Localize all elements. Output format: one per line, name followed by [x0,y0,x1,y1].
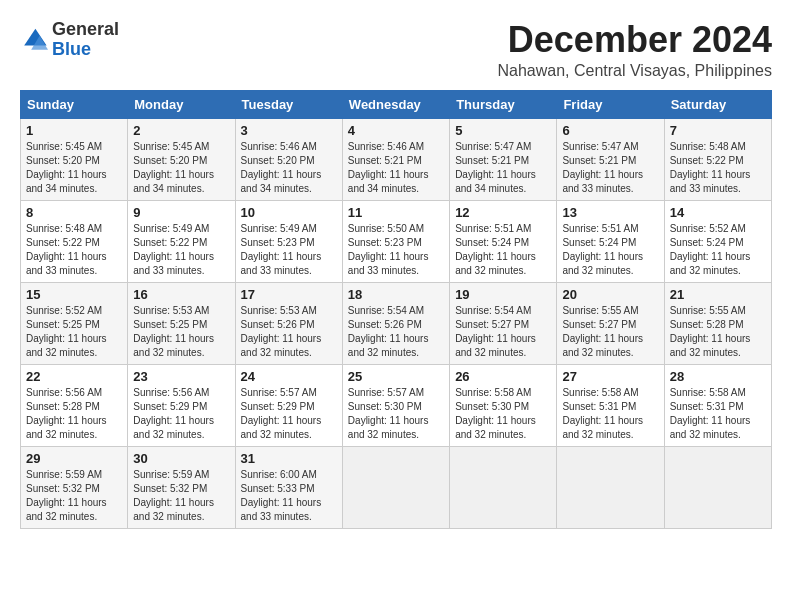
calendar-cell: 29Sunrise: 5:59 AM Sunset: 5:32 PM Dayli… [21,446,128,528]
calendar-cell [557,446,664,528]
calendar-cell: 10Sunrise: 5:49 AM Sunset: 5:23 PM Dayli… [235,200,342,282]
day-number: 25 [348,369,444,384]
weekday-header-friday: Friday [557,90,664,118]
day-number: 18 [348,287,444,302]
day-number: 3 [241,123,337,138]
calendar-cell: 30Sunrise: 5:59 AM Sunset: 5:32 PM Dayli… [128,446,235,528]
day-info: Sunrise: 5:57 AM Sunset: 5:29 PM Dayligh… [241,386,337,442]
day-info: Sunrise: 5:49 AM Sunset: 5:22 PM Dayligh… [133,222,229,278]
day-number: 21 [670,287,766,302]
calendar-cell: 16Sunrise: 5:53 AM Sunset: 5:25 PM Dayli… [128,282,235,364]
calendar-cell: 11Sunrise: 5:50 AM Sunset: 5:23 PM Dayli… [342,200,449,282]
calendar-cell: 24Sunrise: 5:57 AM Sunset: 5:29 PM Dayli… [235,364,342,446]
day-info: Sunrise: 5:57 AM Sunset: 5:30 PM Dayligh… [348,386,444,442]
day-number: 4 [348,123,444,138]
day-info: Sunrise: 5:58 AM Sunset: 5:31 PM Dayligh… [562,386,658,442]
weekday-header-tuesday: Tuesday [235,90,342,118]
day-number: 2 [133,123,229,138]
day-info: Sunrise: 5:56 AM Sunset: 5:29 PM Dayligh… [133,386,229,442]
day-number: 19 [455,287,551,302]
day-number: 24 [241,369,337,384]
calendar-cell: 20Sunrise: 5:55 AM Sunset: 5:27 PM Dayli… [557,282,664,364]
calendar-cell: 9Sunrise: 5:49 AM Sunset: 5:22 PM Daylig… [128,200,235,282]
logo-general: General [52,19,119,39]
calendar-cell: 12Sunrise: 5:51 AM Sunset: 5:24 PM Dayli… [450,200,557,282]
day-info: Sunrise: 5:51 AM Sunset: 5:24 PM Dayligh… [562,222,658,278]
day-number: 22 [26,369,122,384]
calendar-cell: 31Sunrise: 6:00 AM Sunset: 5:33 PM Dayli… [235,446,342,528]
day-info: Sunrise: 5:55 AM Sunset: 5:27 PM Dayligh… [562,304,658,360]
day-info: Sunrise: 5:58 AM Sunset: 5:30 PM Dayligh… [455,386,551,442]
logo-text: General Blue [52,20,119,60]
calendar-cell: 22Sunrise: 5:56 AM Sunset: 5:28 PM Dayli… [21,364,128,446]
day-number: 30 [133,451,229,466]
day-number: 29 [26,451,122,466]
calendar-week-5: 29Sunrise: 5:59 AM Sunset: 5:32 PM Dayli… [21,446,772,528]
calendar-cell [342,446,449,528]
day-number: 23 [133,369,229,384]
logo-blue: Blue [52,39,91,59]
calendar-cell: 13Sunrise: 5:51 AM Sunset: 5:24 PM Dayli… [557,200,664,282]
day-info: Sunrise: 5:45 AM Sunset: 5:20 PM Dayligh… [26,140,122,196]
day-number: 15 [26,287,122,302]
day-info: Sunrise: 5:54 AM Sunset: 5:27 PM Dayligh… [455,304,551,360]
calendar-week-3: 15Sunrise: 5:52 AM Sunset: 5:25 PM Dayli… [21,282,772,364]
calendar-cell: 18Sunrise: 5:54 AM Sunset: 5:26 PM Dayli… [342,282,449,364]
calendar-cell: 8Sunrise: 5:48 AM Sunset: 5:22 PM Daylig… [21,200,128,282]
weekday-header-saturday: Saturday [664,90,771,118]
day-info: Sunrise: 5:48 AM Sunset: 5:22 PM Dayligh… [670,140,766,196]
day-info: Sunrise: 5:53 AM Sunset: 5:26 PM Dayligh… [241,304,337,360]
calendar-cell: 27Sunrise: 5:58 AM Sunset: 5:31 PM Dayli… [557,364,664,446]
day-number: 17 [241,287,337,302]
calendar-cell: 4Sunrise: 5:46 AM Sunset: 5:21 PM Daylig… [342,118,449,200]
day-number: 10 [241,205,337,220]
day-number: 16 [133,287,229,302]
day-info: Sunrise: 5:48 AM Sunset: 5:22 PM Dayligh… [26,222,122,278]
day-number: 5 [455,123,551,138]
day-info: Sunrise: 5:46 AM Sunset: 5:20 PM Dayligh… [241,140,337,196]
day-info: Sunrise: 5:45 AM Sunset: 5:20 PM Dayligh… [133,140,229,196]
calendar-week-4: 22Sunrise: 5:56 AM Sunset: 5:28 PM Dayli… [21,364,772,446]
calendar-cell: 5Sunrise: 5:47 AM Sunset: 5:21 PM Daylig… [450,118,557,200]
weekday-header-wednesday: Wednesday [342,90,449,118]
day-info: Sunrise: 5:47 AM Sunset: 5:21 PM Dayligh… [455,140,551,196]
day-info: Sunrise: 5:54 AM Sunset: 5:26 PM Dayligh… [348,304,444,360]
calendar-cell: 26Sunrise: 5:58 AM Sunset: 5:30 PM Dayli… [450,364,557,446]
day-number: 27 [562,369,658,384]
day-number: 7 [670,123,766,138]
day-info: Sunrise: 5:53 AM Sunset: 5:25 PM Dayligh… [133,304,229,360]
day-info: Sunrise: 5:50 AM Sunset: 5:23 PM Dayligh… [348,222,444,278]
day-info: Sunrise: 6:00 AM Sunset: 5:33 PM Dayligh… [241,468,337,524]
day-info: Sunrise: 5:49 AM Sunset: 5:23 PM Dayligh… [241,222,337,278]
day-info: Sunrise: 5:52 AM Sunset: 5:24 PM Dayligh… [670,222,766,278]
weekday-header-row: SundayMondayTuesdayWednesdayThursdayFrid… [21,90,772,118]
day-info: Sunrise: 5:47 AM Sunset: 5:21 PM Dayligh… [562,140,658,196]
day-number: 8 [26,205,122,220]
day-number: 31 [241,451,337,466]
day-number: 14 [670,205,766,220]
calendar-cell: 6Sunrise: 5:47 AM Sunset: 5:21 PM Daylig… [557,118,664,200]
logo-icon [20,26,48,54]
calendar-cell: 21Sunrise: 5:55 AM Sunset: 5:28 PM Dayli… [664,282,771,364]
day-number: 11 [348,205,444,220]
day-number: 12 [455,205,551,220]
location: Nahawan, Central Visayas, Philippines [497,62,772,80]
day-number: 6 [562,123,658,138]
day-info: Sunrise: 5:51 AM Sunset: 5:24 PM Dayligh… [455,222,551,278]
day-info: Sunrise: 5:59 AM Sunset: 5:32 PM Dayligh… [26,468,122,524]
day-number: 28 [670,369,766,384]
calendar-cell [664,446,771,528]
logo: General Blue [20,20,119,60]
day-info: Sunrise: 5:59 AM Sunset: 5:32 PM Dayligh… [133,468,229,524]
calendar-table: SundayMondayTuesdayWednesdayThursdayFrid… [20,90,772,529]
calendar-cell: 3Sunrise: 5:46 AM Sunset: 5:20 PM Daylig… [235,118,342,200]
weekday-header-thursday: Thursday [450,90,557,118]
calendar-cell: 23Sunrise: 5:56 AM Sunset: 5:29 PM Dayli… [128,364,235,446]
calendar-cell [450,446,557,528]
calendar-cell: 14Sunrise: 5:52 AM Sunset: 5:24 PM Dayli… [664,200,771,282]
calendar-cell: 19Sunrise: 5:54 AM Sunset: 5:27 PM Dayli… [450,282,557,364]
weekday-header-monday: Monday [128,90,235,118]
title-block: December 2024 Nahawan, Central Visayas, … [497,20,772,80]
day-info: Sunrise: 5:56 AM Sunset: 5:28 PM Dayligh… [26,386,122,442]
calendar-cell: 2Sunrise: 5:45 AM Sunset: 5:20 PM Daylig… [128,118,235,200]
